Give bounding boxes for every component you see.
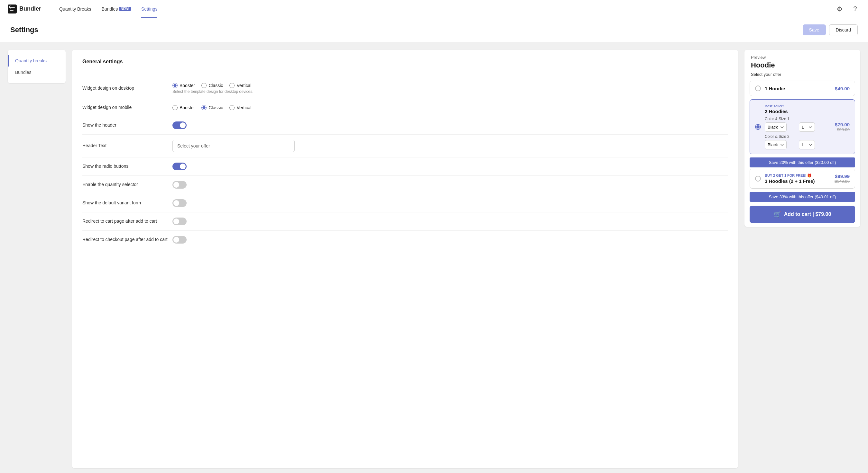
save-button[interactable]: Save [803, 25, 826, 35]
color2-select[interactable]: Black White Red [765, 140, 786, 149]
desktop-vertical-radio[interactable] [229, 83, 235, 88]
desktop-vertical-option[interactable]: Vertical [229, 83, 251, 88]
nav-bundles[interactable]: Bundles NEW! [96, 0, 136, 18]
show-header-toggle[interactable] [173, 122, 187, 129]
offer-title-2: 2 Hoodies [765, 109, 831, 114]
offer-price-original-3: $149.00 [835, 179, 850, 184]
setting-label-header-text: Header Text [82, 143, 173, 149]
mobile-booster-option[interactable]: Booster [173, 105, 195, 110]
setting-row-show-header: Show the header [82, 116, 728, 135]
qty-selector-toggle[interactable] [173, 181, 187, 189]
variant-col-size1: S M L XL [799, 123, 831, 132]
navigation: Bundler Quantity Breaks Bundles NEW! Set… [0, 0, 868, 18]
size1-select[interactable]: S M L XL [799, 123, 815, 132]
sidebar-item-quantity-breaks[interactable]: Quantity breaks [8, 55, 66, 67]
desktop-booster-option[interactable]: Booster [173, 83, 195, 88]
offer-content-1: 1 Hoodie [765, 86, 831, 91]
size2-select[interactable]: S M L XL [799, 140, 815, 149]
nav-quantity-breaks[interactable]: Quantity Breaks [54, 0, 96, 18]
mobile-vertical-radio[interactable] [229, 105, 235, 110]
bundles-badge: NEW! [119, 7, 131, 11]
offer-option-1[interactable]: 1 Hoodie $49.00 [750, 81, 855, 96]
offer-price-3: $99.99 $149.00 [835, 173, 850, 184]
sidebar-item-bundles[interactable]: Bundles [8, 67, 66, 78]
main-content: Quantity breaks Bundles General settings… [0, 42, 868, 473]
redirect-checkout-slider [173, 236, 187, 243]
setting-label-redirect-checkout: Redirect to checkout page after add to c… [82, 236, 173, 243]
offer-radio-2 [755, 124, 761, 130]
settings-icon-button[interactable]: ⚙ [835, 4, 845, 14]
setting-control-widget-mobile: Booster Classic Vertical [173, 105, 728, 110]
setting-row-show-radio: Show the radio buttons [82, 158, 728, 176]
offer-price-original-2: $99.00 [835, 127, 850, 132]
mobile-classic-radio[interactable] [202, 105, 207, 110]
mobile-booster-radio[interactable] [173, 105, 178, 110]
nav-settings[interactable]: Settings [136, 0, 163, 18]
setting-control-show-header [173, 122, 728, 129]
offer-content-3: BUY 2 GET 1 FOR FREE! 🎁 3 Hoodies (2 + 1… [765, 173, 831, 184]
offer-price-2: $79.00 $99.00 [835, 122, 850, 132]
setting-row-widget-mobile: Widget design on mobile Booster Classic … [82, 99, 728, 116]
offer-option-3[interactable]: BUY 2 GET 1 FOR FREE! 🎁 3 Hoodies (2 + 1… [750, 169, 855, 189]
show-header-slider [173, 122, 187, 129]
header-text-input[interactable] [173, 140, 295, 152]
add-to-cart-button[interactable]: 🛒 Add to cart | $79.00 [750, 206, 855, 223]
setting-row-qty-selector: Enable the quantity selector [82, 176, 728, 194]
preview-offer-header: Select your offer [744, 72, 860, 81]
variant-col-color2: Black White Red [765, 140, 797, 149]
variant-group-1-label: Color & Size 1 [765, 116, 831, 121]
setting-label-widget-desktop: Widget design on desktop [82, 85, 173, 92]
add-to-cart-label: Add to cart | $79.00 [784, 211, 831, 217]
offer-price-current-3: $99.99 [835, 173, 850, 179]
setting-row-redirect-checkout: Redirect to checkout page after add to c… [82, 231, 728, 249]
settings-panel: General settings Widget design on deskto… [72, 50, 738, 468]
offer-price-current-1: $49.00 [835, 86, 850, 91]
save-banner-2: Save 20% with this offer ($20.00 off) [750, 158, 855, 167]
setting-label-qty-selector: Enable the quantity selector [82, 181, 173, 188]
setting-row-widget-desktop: Widget design on desktop Booster Classic [82, 78, 728, 99]
redirect-cart-toggle[interactable] [173, 217, 187, 225]
desktop-radio-group: Booster Classic Vertical [173, 83, 253, 88]
offer-content-2: Best seller! 2 Hoodies Color & Size 1 Bl… [765, 104, 831, 149]
show-radio-toggle[interactable] [173, 163, 187, 170]
save-banner-3: Save 33% with this offer ($49.01 off) [750, 192, 855, 202]
desktop-radio-helper: Select the template design for desktop d… [173, 89, 253, 94]
offer-option-2[interactable]: Best seller! 2 Hoodies Color & Size 1 Bl… [750, 99, 855, 154]
desktop-booster-radio[interactable] [173, 83, 178, 88]
setting-row-header-text: Header Text [82, 135, 728, 158]
setting-control-widget-desktop: Booster Classic Vertical Select the temp… [173, 83, 728, 94]
page-header: Settings Save Discard [0, 18, 868, 42]
variant-cols-1: Black White Red S M L XL [765, 123, 831, 132]
discard-button[interactable]: Discard [829, 25, 858, 35]
redirect-cart-slider [173, 217, 187, 225]
setting-label-widget-mobile: Widget design on mobile [82, 104, 173, 111]
offer-badge-3: BUY 2 GET 1 FOR FREE! 🎁 [765, 173, 831, 178]
mobile-vertical-option[interactable]: Vertical [229, 105, 251, 110]
preview-panel: Preview Hoodie Select your offer 1 Hoodi… [744, 50, 860, 227]
app-logo[interactable]: Bundler [8, 4, 41, 13]
setting-label-default-variant: Show the default variant form [82, 200, 173, 206]
cart-icon: 🛒 [774, 211, 781, 218]
setting-control-show-radio [173, 163, 728, 170]
offer-title-3: 3 Hoodies (2 + 1 Free) [765, 178, 831, 184]
variant-group-1: Color & Size 1 Black White Red S [765, 116, 831, 132]
redirect-checkout-toggle[interactable] [173, 236, 187, 243]
desktop-classic-radio[interactable] [202, 83, 207, 88]
offer-price-current-2: $79.00 [835, 122, 850, 127]
section-divider [82, 70, 728, 70]
variant-group-2-label: Color & Size 2 [765, 134, 831, 139]
default-variant-toggle[interactable] [173, 199, 187, 207]
help-icon-button[interactable]: ? [850, 4, 860, 14]
color1-select[interactable]: Black White Red [765, 123, 786, 132]
preview-label: Preview [744, 50, 860, 60]
desktop-classic-option[interactable]: Classic [202, 83, 223, 88]
setting-control-header-text [173, 140, 728, 152]
mobile-classic-option[interactable]: Classic [202, 105, 223, 110]
nav-right: ⚙ ? [835, 4, 860, 14]
qty-selector-slider [173, 181, 187, 189]
variant-col-color1: Black White Red [765, 123, 797, 132]
show-radio-slider [173, 163, 187, 170]
default-variant-slider [173, 199, 187, 207]
setting-control-redirect-cart [173, 217, 728, 225]
setting-row-redirect-cart: Redirect to cart page after add to cart [82, 212, 728, 231]
